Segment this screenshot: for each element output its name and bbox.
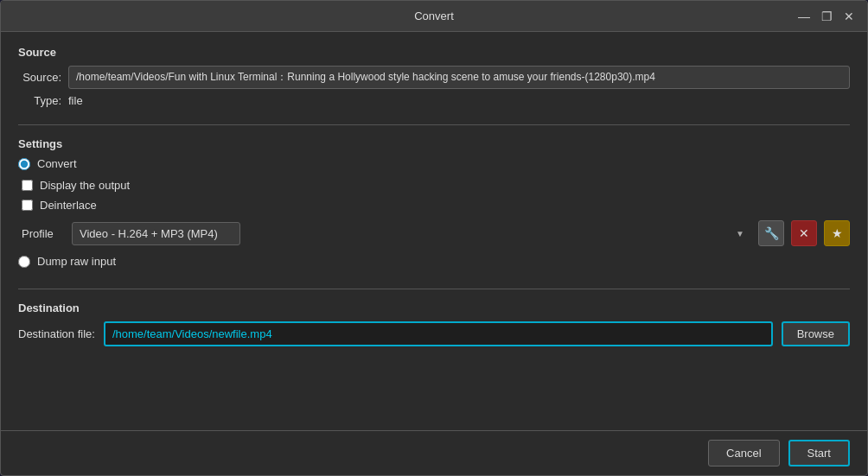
profile-select[interactable]: Video - H.264 + MP3 (MP4) Audio - MP3 Vi… — [72, 222, 240, 245]
deinterlace-checkbox[interactable] — [22, 200, 33, 211]
display-output-checkbox[interactable] — [22, 180, 33, 191]
profile-delete-button[interactable]: ✕ — [791, 220, 817, 246]
source-section-title: Source — [18, 46, 850, 59]
display-output-row: Display the output — [22, 179, 850, 192]
dump-raw-row: Dump raw input — [18, 255, 850, 268]
convert-window: Convert — ❐ ✕ Source Source: /home/team/… — [0, 0, 868, 476]
source-path: /home/team/Videos/Fun with Linux Termina… — [68, 66, 850, 89]
wrench-icon: 🔧 — [764, 226, 779, 240]
footer: Cancel Start — [1, 430, 867, 475]
browse-button[interactable]: Browse — [782, 321, 850, 346]
destination-file-input[interactable] — [104, 321, 773, 346]
title-bar: Convert — ❐ ✕ — [1, 1, 867, 32]
maximize-button[interactable]: ❐ — [819, 9, 834, 24]
source-row: Source: /home/team/Videos/Fun with Linux… — [18, 66, 850, 89]
add-icon: ★ — [832, 226, 843, 240]
main-content: Source Source: /home/team/Videos/Fun wit… — [1, 32, 867, 430]
convert-radio-row: Convert — [18, 157, 850, 170]
deinterlace-label: Deinterlace — [40, 199, 97, 212]
title-bar-controls: — ❐ ✕ — [454, 9, 857, 24]
settings-section-title: Settings — [18, 137, 850, 150]
dump-raw-label: Dump raw input — [37, 255, 116, 268]
convert-radio-label: Convert — [37, 157, 77, 170]
convert-radio[interactable] — [18, 158, 30, 170]
type-value: file — [68, 94, 83, 107]
destination-section: Destination Destination file: Browse — [18, 301, 850, 416]
profile-row: Profile Video - H.264 + MP3 (MP4) Audio … — [22, 220, 850, 246]
close-button[interactable]: ✕ — [841, 9, 857, 24]
start-button[interactable]: Start — [788, 440, 850, 466]
source-section: Source Source: /home/team/Videos/Fun wit… — [18, 46, 850, 125]
destination-row: Destination file: Browse — [18, 321, 850, 346]
minimize-button[interactable]: — — [796, 9, 812, 24]
cancel-button[interactable]: Cancel — [708, 440, 779, 466]
destination-section-title: Destination — [18, 301, 850, 314]
deinterlace-row: Deinterlace — [22, 199, 850, 212]
display-output-label: Display the output — [40, 179, 130, 192]
profile-add-button[interactable]: ★ — [824, 220, 850, 246]
profile-select-wrapper: Video - H.264 + MP3 (MP4) Audio - MP3 Vi… — [72, 222, 751, 245]
dump-raw-radio[interactable] — [18, 256, 30, 268]
window-title: Convert — [414, 10, 454, 22]
type-row: Type: file — [18, 94, 850, 107]
profile-label: Profile — [22, 227, 65, 240]
type-label: Type: — [18, 94, 61, 107]
delete-icon: ✕ — [799, 226, 809, 240]
source-label: Source: — [18, 71, 61, 84]
settings-section: Settings Convert Display the output Dein… — [18, 137, 850, 289]
profile-edit-button[interactable]: 🔧 — [758, 220, 784, 246]
dest-file-label: Destination file: — [18, 327, 95, 340]
